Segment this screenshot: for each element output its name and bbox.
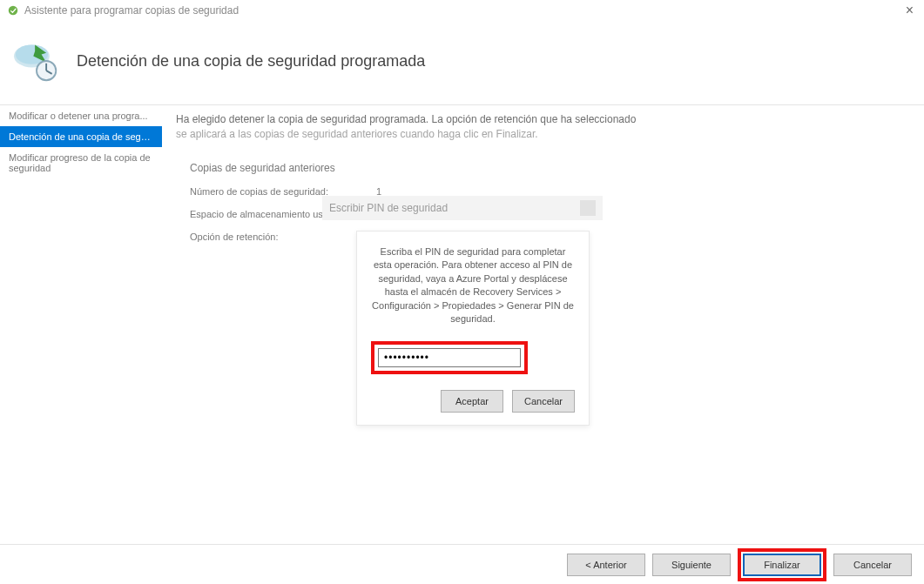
sidebar-item-modify[interactable]: Modificar o detener una progra... [0,105,162,126]
security-pin-dialog: Escriba el PIN de seguridad para complet… [356,231,590,426]
intro-line2: se aplicará a las copias de seguridad an… [176,128,538,140]
intro-line1: Ha elegido detener la copia de seguridad… [176,113,636,125]
titlebar: Asistente para programar copias de segur… [0,0,924,21]
wizard-footer: < Anterior Siguiente Finalizar Cancelar [0,544,924,584]
retention-option-label: Opción de retención: [190,232,364,242]
cancel-wizard-button[interactable]: Cancelar [833,554,912,576]
finish-button-highlight: Finalizar [738,548,826,581]
cancel-button[interactable]: Cancelar [512,390,575,413]
group-title: Copias de seguridad anteriores [190,162,719,174]
sidebar-item-stop-backup[interactable]: Detención de una copia de seguridad [0,126,162,147]
window-title: Asistente para programar copias de segur… [24,4,239,17]
next-button[interactable]: Siguiente [652,554,731,576]
svg-point-0 [9,6,18,16]
backup-count-value: 1 [376,186,381,197]
backup-count-label: Número de copias de seguridad: [190,186,364,197]
accept-button[interactable]: Aceptar [441,390,503,413]
finish-button[interactable]: Finalizar [743,554,821,576]
header: Detención de una copia de seguridad prog… [0,21,924,104]
pin-input-highlight [371,341,528,374]
app-icon [7,4,19,17]
intro-text: Ha elegido detener la copia de seguridad… [176,112,716,143]
sidebar-overflow-text: Modificar progreso de la copia de seguri… [0,147,162,178]
previous-button[interactable]: < Anterior [567,554,645,576]
wizard-logo-icon [10,38,63,84]
dialog-message: Escriba el PIN de seguridad para complet… [371,245,575,326]
wizard-steps-sidebar: Modificar o detener una progra... Detenc… [0,105,162,275]
pin-placeholder-text: Escribir PIN de seguridad [329,202,448,214]
security-pin-input[interactable] [378,348,521,367]
pin-bar-disabled: Escribir PIN de seguridad [322,196,603,220]
pin-bar-button [580,200,596,216]
page-title: Detención de una copia de seguridad prog… [77,52,425,70]
close-icon[interactable]: × [902,3,917,18]
